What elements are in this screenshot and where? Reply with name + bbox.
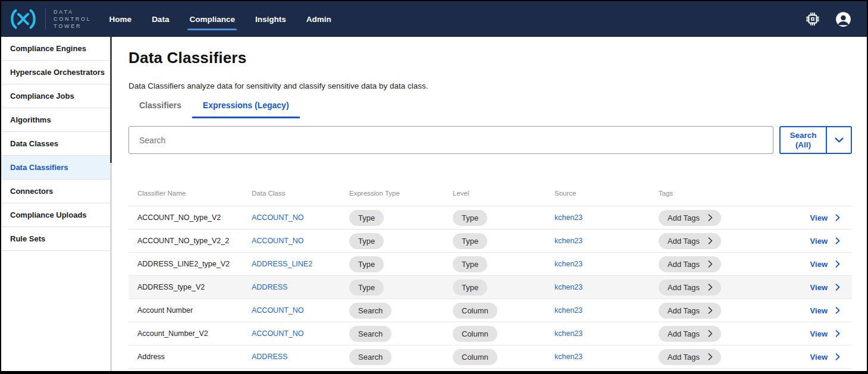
chevron-right-icon	[835, 307, 840, 314]
column-header-level: Level	[453, 190, 554, 197]
classifier-name-cell: Address	[129, 353, 252, 361]
classifier-name-cell: ACCOUNT_NO_type_V2_2	[129, 237, 252, 245]
source-link[interactable]: kchen23	[554, 237, 582, 245]
search-all-label[interactable]: Search (All)	[781, 127, 827, 153]
brand: DATA CONTROL TOWER	[7, 7, 92, 32]
view-link[interactable]: View	[810, 329, 840, 338]
expression-type-pill: Search	[349, 349, 391, 365]
account-icon[interactable]	[835, 11, 851, 27]
expression-type-pill: Type	[349, 233, 384, 249]
add-tags-button[interactable]: Add Tags	[659, 303, 721, 319]
level-pill: Type	[453, 233, 487, 249]
chevron-down-icon	[835, 137, 844, 143]
sidebar-item-compliance-engines[interactable]: Compliance Engines	[1, 37, 110, 61]
expression-type-pill: Type	[349, 279, 384, 296]
brand-line-2: CONTROL	[54, 15, 92, 23]
data-class-link[interactable]: ACCOUNT_NO	[252, 213, 304, 222]
main-content: Data Classifiers Data Classifiers analyz…	[110, 37, 867, 371]
tab-classifiers[interactable]: Classifiers	[129, 100, 192, 118]
chevron-right-icon	[835, 214, 840, 221]
sidebar-item-compliance-uploads[interactable]: Compliance Uploads	[1, 203, 110, 227]
chevron-right-icon	[708, 237, 713, 244]
column-header-tags: Tags	[659, 190, 775, 197]
column-header-classifier-name: Classifier Name	[129, 190, 252, 197]
table-body: ACCOUNT_NO_type_V2 ACCOUNT_NO Type Type …	[129, 206, 852, 369]
table-row: ADDRESS_type_V2 ADDRESS Type Type kchen2…	[129, 276, 852, 299]
search-input[interactable]	[129, 126, 773, 154]
nav-item-data[interactable]: Data	[152, 12, 169, 26]
column-header-source: Source	[554, 190, 659, 197]
chevron-right-icon	[708, 284, 713, 291]
top-navbar: DATA CONTROL TOWER Home Data Compliance …	[1, 1, 867, 37]
data-class-link[interactable]: ACCOUNT_NO	[252, 329, 304, 338]
source-link[interactable]: kchen23	[554, 329, 582, 338]
add-tags-button[interactable]: Add Tags	[659, 349, 721, 365]
chevron-right-icon	[708, 353, 713, 360]
expression-type-pill: Type	[349, 210, 384, 226]
navbar-actions	[806, 11, 851, 27]
add-tags-button[interactable]: Add Tags	[659, 256, 721, 272]
expression-type-pill: Search	[349, 303, 391, 319]
data-class-link[interactable]: ADDRESS	[252, 353, 287, 361]
source-link[interactable]: kchen23	[554, 260, 582, 268]
chevron-right-icon	[708, 307, 713, 314]
nav-item-compliance[interactable]: Compliance	[189, 12, 235, 26]
sidebar-item-connectors[interactable]: Connectors	[1, 180, 110, 203]
add-tags-button[interactable]: Add Tags	[659, 326, 721, 342]
sidebar-scrollbar-thumb[interactable]	[110, 37, 112, 163]
sidebar-item-rule-sets[interactable]: Rule Sets	[1, 227, 110, 251]
source-link[interactable]: kchen23	[554, 353, 582, 361]
brand-divider	[45, 8, 46, 30]
nav-item-admin[interactable]: Admin	[306, 12, 331, 26]
sidebar-item-algorithms[interactable]: Algorithms	[1, 108, 110, 132]
classifier-name-cell: Account_Number_V2	[129, 329, 252, 338]
tab-bar: Classifiers Expressions (Legacy)	[129, 100, 852, 118]
view-link[interactable]: View	[810, 213, 840, 222]
sidebar-item-data-classifiers[interactable]: Data Classifiers	[1, 156, 110, 180]
source-link[interactable]: kchen23	[554, 213, 582, 222]
view-link[interactable]: View	[810, 306, 840, 315]
table-header-row: Classifier NameData ClassExpression Type…	[129, 181, 852, 206]
expression-type-pill: Type	[349, 256, 384, 272]
chevron-right-icon	[708, 214, 713, 221]
chevron-right-icon	[835, 237, 840, 244]
level-pill: Column	[453, 349, 497, 365]
source-link[interactable]: kchen23	[554, 283, 582, 291]
table-row: ADDRESS_LINE2_type_V2 ADDRESS_LINE2 Type…	[129, 253, 852, 276]
data-class-link[interactable]: ADDRESS_LINE2	[252, 260, 312, 268]
table-row: Address ADDRESS Search Column kchen23 Ad…	[129, 345, 852, 369]
app-window: DATA CONTROL TOWER Home Data Compliance …	[0, 0, 868, 374]
sidebar-item-compliance-jobs[interactable]: Compliance Jobs	[1, 84, 110, 108]
sidebar-item-data-classes[interactable]: Data Classes	[1, 132, 110, 156]
chip-icon[interactable]	[806, 12, 820, 26]
main-nav: Home Data Compliance Insights Admin	[109, 12, 331, 26]
nav-item-home[interactable]: Home	[109, 12, 132, 26]
search-bar: Search (All)	[129, 126, 852, 154]
view-link[interactable]: View	[810, 237, 840, 246]
brand-line-3: TOWER	[54, 23, 92, 30]
search-options-dropdown[interactable]	[827, 127, 851, 153]
data-class-link[interactable]: ADDRESS	[252, 283, 287, 291]
source-link[interactable]: kchen23	[554, 306, 582, 315]
view-link[interactable]: View	[810, 260, 840, 269]
add-tags-button[interactable]: Add Tags	[659, 233, 721, 249]
classifier-name-cell: ADDRESS_LINE2_type_V2	[129, 260, 252, 268]
view-link[interactable]: View	[810, 353, 840, 362]
sidebar-item-hyperscale-orchestrators[interactable]: Hyperscale Orchestrators	[1, 61, 110, 84]
tab-expressions-legacy-[interactable]: Expressions (Legacy)	[192, 100, 300, 118]
column-header-expression-type: Expression Type	[349, 190, 453, 197]
search-all-button[interactable]: Search (All)	[779, 126, 852, 154]
add-tags-button[interactable]: Add Tags	[659, 210, 721, 226]
sidebar-scrollbar-track[interactable]	[110, 37, 112, 371]
table-row: Account_Number_V2 ACCOUNT_NO Search Colu…	[129, 322, 852, 345]
expression-type-pill: Search	[349, 326, 391, 342]
add-tags-button[interactable]: Add Tags	[659, 279, 721, 296]
nav-item-insights[interactable]: Insights	[255, 12, 286, 26]
data-class-link[interactable]: ACCOUNT_NO	[252, 237, 304, 245]
data-class-link[interactable]: ACCOUNT_NO	[252, 306, 304, 315]
table-row: Account Number ACCOUNT_NO Search Column …	[129, 299, 852, 322]
table-row: ACCOUNT_NO_type_V2 ACCOUNT_NO Type Type …	[129, 206, 852, 230]
classifiers-table: Classifier NameData ClassExpression Type…	[129, 181, 852, 369]
classifier-name-cell: ACCOUNT_NO_type_V2	[129, 213, 252, 222]
view-link[interactable]: View	[810, 283, 840, 292]
